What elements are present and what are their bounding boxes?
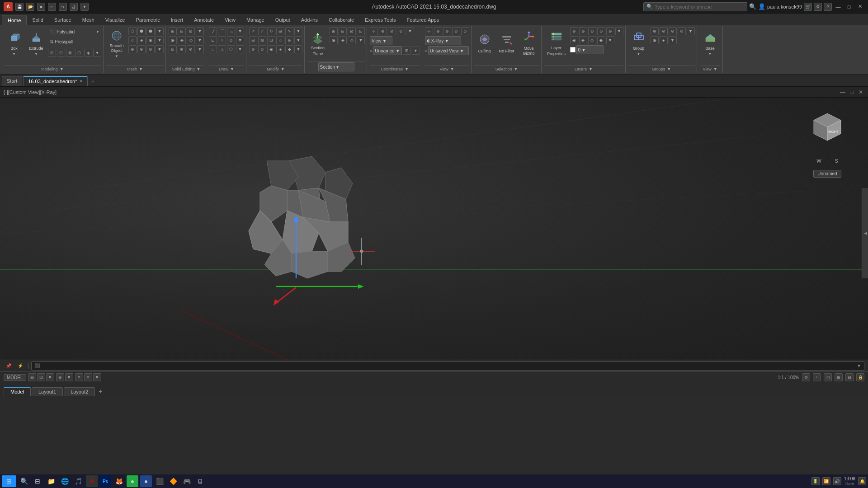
help-icon[interactable]: ? (824, 3, 832, 11)
taskbar-autocad-icon[interactable]: A (86, 475, 98, 487)
grp-icon-7[interactable]: ◈ (660, 36, 668, 44)
no-filter-button[interactable]: No Filter (496, 27, 517, 60)
modify-icon-1[interactable]: ↗ (249, 27, 257, 35)
lay-icon-6[interactable]: ▼ (615, 27, 623, 35)
taskbar-chrome-icon[interactable]: 🌐 (59, 475, 71, 487)
coord-icon-2[interactable]: ⊕ (379, 27, 387, 35)
lay-icon-1[interactable]: ⊕ (570, 27, 578, 35)
customise-btn[interactable]: ▼ (80, 3, 89, 11)
coord-view-dropdown[interactable]: View ▼ (370, 36, 392, 45)
modify-icon-4[interactable]: ⊞ (276, 27, 284, 35)
section-plane-button[interactable]: Section Plane (307, 27, 328, 60)
modify-icon-13[interactable]: ⊗ (249, 45, 257, 53)
tray-icon3[interactable]: 🔊 (833, 477, 841, 485)
tab-annotate[interactable]: Annotate (189, 15, 219, 25)
mesh-icon-12[interactable]: ▼ (156, 45, 164, 53)
viewcube-unnamed-label[interactable]: Unnamed (813, 170, 841, 178)
cart-icon[interactable]: 🛒 (804, 3, 812, 11)
tab-addins[interactable]: Add-ins (296, 15, 323, 25)
se-icon-10[interactable]: ⊕ (178, 45, 186, 53)
grp-icon-8[interactable]: ▼ (669, 36, 677, 44)
doc-tab-start[interactable]: Start (2, 76, 22, 86)
modify-icon-16[interactable]: ◈ (276, 45, 284, 53)
mesh-icon-6[interactable]: ◈ (137, 36, 146, 44)
sec-icon-5[interactable]: ◉ (330, 36, 338, 44)
command-input[interactable] (40, 363, 857, 369)
se-icon-2[interactable]: ⊟ (178, 27, 186, 35)
unsaved-view-dropdown[interactable]: Unsaved View ▼ (428, 46, 469, 55)
coord-extra[interactable]: ⊞ (403, 47, 411, 55)
group-dropdown-arrow[interactable]: ▼ (637, 52, 641, 56)
sec-icon-8[interactable]: ▼ (357, 36, 365, 44)
lay-icon-9[interactable]: ◇ (588, 36, 596, 44)
modify-icon-12[interactable]: ▼ (294, 36, 302, 44)
base-dropdown-arrow[interactable]: ▼ (708, 52, 712, 56)
polysolid-button[interactable]: ⬛ Polysolid ▼ (48, 27, 101, 36)
nav-dropdown[interactable]: ▼ (65, 373, 73, 381)
taskbar-icon-misc4[interactable]: 🖥 (194, 475, 206, 487)
search-input[interactable] (655, 4, 736, 9)
taskbar-firefox-icon[interactable]: 🦊 (113, 475, 125, 487)
modify-icon-7[interactable]: ⊟ (249, 36, 257, 44)
tray-icon1[interactable]: 🔋 (811, 477, 820, 485)
mesh-icon-9[interactable]: ⊕ (128, 45, 137, 53)
modify-icon-5[interactable]: ⤡ (285, 27, 293, 35)
draw-icon-8[interactable]: ▼ (236, 36, 244, 44)
draw-icon-5[interactable]: ⊾ (209, 36, 217, 44)
se-icon-1[interactable]: ⊞ (169, 27, 177, 35)
lay-icon-10[interactable]: ◆ (597, 36, 605, 44)
modify-icon-2[interactable]: ⤢ (258, 27, 266, 35)
se-icon-9[interactable]: ⊡ (169, 45, 177, 53)
mesh-icon-3[interactable]: ⬣ (146, 27, 155, 35)
mod-icon-5[interactable]: ◈ (84, 49, 92, 57)
se-icon-8[interactable]: ▼ (196, 36, 204, 44)
box-button[interactable]: Box ▼ (4, 27, 24, 60)
layout2-tab[interactable]: Layout2 (64, 387, 95, 396)
lay-icon-4[interactable]: ⊙ (597, 27, 605, 35)
tab-featured[interactable]: Featured Apps (401, 15, 445, 25)
lock-icon[interactable]: 🔒 (856, 373, 864, 381)
presspull-button[interactable]: ⇅ Presspull (48, 37, 101, 46)
lay-icon-8[interactable]: ◈ (579, 36, 587, 44)
mod-icon-6[interactable]: ▼ (93, 49, 101, 57)
draw-icon-12[interactable]: ▼ (236, 45, 244, 53)
modify-icon-15[interactable]: ◉ (267, 45, 275, 53)
mesh-icon-8[interactable]: ▼ (156, 36, 164, 44)
mesh-icon-7[interactable]: ◉ (146, 36, 155, 44)
modify-icon-6[interactable]: ▼ (294, 27, 302, 35)
lay-icon-11[interactable]: ▼ (606, 36, 614, 44)
snap-btn[interactable]: ⚡ (15, 363, 25, 369)
mesh-icon-2[interactable]: ⬢ (137, 27, 146, 35)
tab-visualize[interactable]: Visualize (100, 15, 131, 25)
workspace-btn[interactable]: ⊞ (835, 373, 843, 381)
zoom-full[interactable]: ◻ (824, 373, 832, 381)
grp-icon-6[interactable]: ◉ (651, 36, 659, 44)
mod-icon-1[interactable]: ⊞ (48, 49, 56, 57)
grid-icon2[interactable]: ⊡ (37, 373, 45, 381)
smooth-dropdown-arrow[interactable]: ▼ (115, 54, 118, 58)
view-icon-2[interactable]: ⊕ (434, 27, 442, 35)
draw-icon-11[interactable]: ⬠ (227, 45, 235, 53)
sec-icon-6[interactable]: ◈ (339, 36, 347, 44)
plot-btn[interactable]: 🖨 (70, 3, 78, 11)
grp-icon-4[interactable]: ⊙ (678, 27, 686, 35)
zoom-add[interactable]: + (813, 373, 821, 381)
modify-icon-14[interactable]: ⊘ (258, 45, 266, 53)
lay-icon-3[interactable]: ⊘ (588, 27, 596, 35)
base-button[interactable]: Base ▼ (700, 27, 721, 60)
tab-surface[interactable]: Surface (49, 15, 77, 25)
redo-btn[interactable]: ↪ (59, 3, 67, 11)
modify-icon-10[interactable]: ◇ (276, 36, 284, 44)
doc-tab-dodecahedron[interactable]: 16.03_dodecahedron* ✕ (23, 76, 87, 86)
sec-icon-4[interactable]: ⊡ (357, 27, 365, 35)
modify-icon-11[interactable]: ⊕ (285, 36, 293, 44)
tab-view[interactable]: View (219, 15, 241, 25)
modify-icon-3[interactable]: ↻ (267, 27, 275, 35)
ann-icon2[interactable]: ≡ (84, 373, 92, 381)
draw-icon-9[interactable]: □ (209, 45, 217, 53)
right-panel-tab[interactable]: ◀ (862, 188, 868, 278)
nav-icon1[interactable]: ⊕ (56, 373, 64, 381)
notification-btn[interactable]: 🔔 (858, 477, 866, 485)
modify-icon-18[interactable]: ▼ (294, 45, 302, 53)
taskbar-ps-icon[interactable]: Ps (99, 475, 111, 487)
